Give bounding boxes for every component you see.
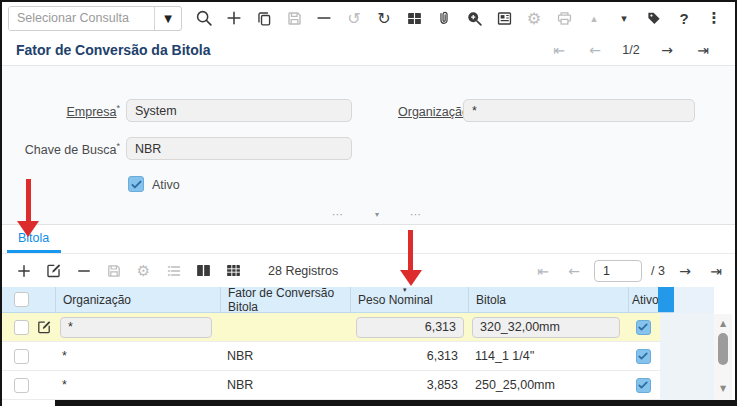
nav-parent-up-icon[interactable]: ▴ [584, 6, 604, 30]
cell-organizacao-input[interactable] [60, 317, 212, 338]
column-resize-highlight [658, 287, 674, 312]
zoom-across-icon[interactable] [464, 6, 484, 30]
column-header-ativo[interactable]: Ativo [628, 287, 658, 312]
empresa-label[interactable]: Empresa* [2, 103, 120, 119]
nav-detail-down-icon[interactable]: ▾ [614, 6, 634, 30]
table-row[interactable]: * NBR 3,853 250_25,00mm [2, 371, 660, 400]
scroll-down-icon[interactable]: ▼ [714, 384, 732, 393]
more-options-icon[interactable]: ⋮ [704, 6, 724, 30]
sort-indicator-icon: ▾ [403, 287, 407, 294]
check-icon [130, 178, 143, 191]
cell-ativo-checkbox[interactable] [636, 320, 651, 335]
cell-peso-nominal: 6,313 [350, 342, 468, 370]
combo-dropdown-button[interactable]: ▼ [154, 7, 181, 30]
label-tag-icon[interactable] [644, 6, 664, 30]
table-row[interactable]: * NBR 6,313 114_1 1/4'' [2, 342, 660, 371]
grid-next-page-button[interactable]: → [674, 263, 696, 279]
grid-toolbar: ⚙ 28 Registros ⇤ ← / 3 → ⇥ [2, 254, 735, 287]
splitter-collapse-icon[interactable]: ▾ [375, 210, 379, 219]
process-gear-icon[interactable]: ⚙ [524, 6, 544, 30]
ativo-label: Ativo [152, 178, 180, 192]
report-icon[interactable] [494, 6, 514, 30]
cell-bitola-input[interactable] [472, 317, 620, 338]
cell-ativo-checkbox[interactable] [636, 349, 651, 364]
table-body: * NBR 6,313 114_1 1/4'' * NBR 3,853 250_… [2, 313, 660, 400]
table-row[interactable] [2, 313, 660, 342]
grid-checklist-icon[interactable] [164, 259, 183, 283]
empresa-field[interactable] [126, 99, 352, 122]
check-icon [637, 350, 649, 362]
grid-pagination: ⇤ ← / 3 → ⇥ [532, 260, 735, 282]
active-tab-indicator [7, 250, 61, 253]
grid-previous-page-button[interactable]: ← [563, 263, 585, 279]
column-header-peso-nominal[interactable]: Peso Nominal ▾ [350, 287, 468, 312]
scroll-up-icon[interactable]: ▲ [714, 319, 732, 328]
vertical-scrollbar[interactable]: ▲ ▼ [714, 314, 732, 400]
column-header-bitola[interactable]: Bitola [468, 287, 628, 312]
new-record-icon[interactable] [224, 6, 244, 30]
table-header: Organização Fator de Conversão Bitola Pe… [2, 287, 674, 313]
detail-tab-bar: Bitola [2, 224, 735, 254]
delete-icon[interactable] [314, 6, 334, 30]
app-window: ▼ ↺ ↻ [0, 0, 737, 406]
last-record-button[interactable]: ⇥ [685, 42, 721, 58]
splitter-dots-icon: ⋯ [332, 208, 344, 221]
first-record-button[interactable]: ⇤ [541, 42, 577, 58]
organizacao-field[interactable] [463, 99, 695, 122]
header-select-all-cell [2, 287, 55, 312]
grid-save-icon[interactable] [104, 259, 123, 283]
copy-icon[interactable] [254, 6, 274, 30]
record-count: 28 Registros [268, 264, 338, 278]
main-toolbar: ▼ ↺ ↻ [2, 2, 735, 34]
window-title-bar: Fator de Conversão da Bitola ⇤ ← 1/2 → ⇥ [2, 34, 735, 66]
grid-delete-row-icon[interactable] [74, 259, 93, 283]
refresh-icon[interactable]: ↻ [374, 6, 394, 30]
help-icon[interactable]: ? [674, 6, 694, 30]
grid-page-input[interactable] [594, 260, 642, 282]
row-select-checkbox[interactable] [14, 378, 29, 393]
grid-edit-icon[interactable] [44, 259, 63, 283]
check-icon [637, 321, 649, 333]
grid-columns-icon[interactable] [194, 259, 213, 283]
cell-bitola: 114_1 1/4'' [468, 342, 628, 370]
cell-fator [220, 313, 350, 341]
record-form: Empresa* Organização* Chave de Busca* At… [2, 66, 735, 224]
save-icon[interactable] [284, 6, 304, 30]
splitter-dots-icon: ⋯ [410, 208, 422, 221]
grid-toggle-icon[interactable] [404, 6, 424, 30]
record-pagination: ⇤ ← 1/2 → ⇥ [541, 42, 721, 58]
cell-fator: NBR [220, 342, 350, 370]
grid-last-page-button[interactable]: ⇥ [705, 263, 727, 279]
cell-peso-nominal-input[interactable] [356, 317, 464, 338]
grid-add-row-icon[interactable] [14, 259, 33, 283]
organizacao-label[interactable]: Organização* [398, 103, 472, 119]
select-all-checkbox[interactable] [14, 292, 29, 307]
row-edit-pencil-icon[interactable] [36, 319, 52, 335]
panel-splitter[interactable]: ⋯ ▾ ⋯ [332, 208, 422, 221]
ativo-checkbox[interactable] [128, 176, 144, 192]
previous-record-button[interactable]: ← [577, 42, 613, 58]
row-select-checkbox[interactable] [14, 349, 29, 364]
column-header-fator[interactable]: Fator de Conversão Bitola [220, 287, 350, 312]
table-body-filler [660, 313, 714, 400]
print-icon[interactable] [554, 6, 574, 30]
header-filler [674, 287, 714, 313]
scrollbar-thumb[interactable] [718, 333, 728, 365]
column-header-organizacao[interactable]: Organização [55, 287, 220, 312]
search-icon[interactable] [194, 6, 214, 30]
toolbar-icons: ↺ ↻ ⚙ ▴ ▾ ? ⋮ [194, 6, 724, 30]
next-record-button[interactable]: → [649, 42, 685, 58]
grid-process-gear-icon[interactable]: ⚙ [134, 259, 153, 283]
chave-de-busca-label: Chave de Busca* [2, 141, 120, 157]
grid-first-page-button[interactable]: ⇤ [532, 263, 554, 279]
grid-table-view-icon[interactable] [224, 259, 243, 283]
page-title: Fator de Conversão da Bitola [16, 42, 210, 58]
row-select-checkbox[interactable] [14, 320, 29, 335]
chave-de-busca-field[interactable] [126, 137, 352, 160]
cell-peso-nominal: 3,853 [350, 371, 468, 399]
attachment-icon[interactable] [434, 6, 454, 30]
cell-ativo-checkbox[interactable] [636, 378, 651, 393]
query-combobox[interactable]: ▼ [8, 6, 182, 31]
query-input[interactable] [9, 7, 154, 30]
undo-icon[interactable]: ↺ [344, 6, 364, 30]
